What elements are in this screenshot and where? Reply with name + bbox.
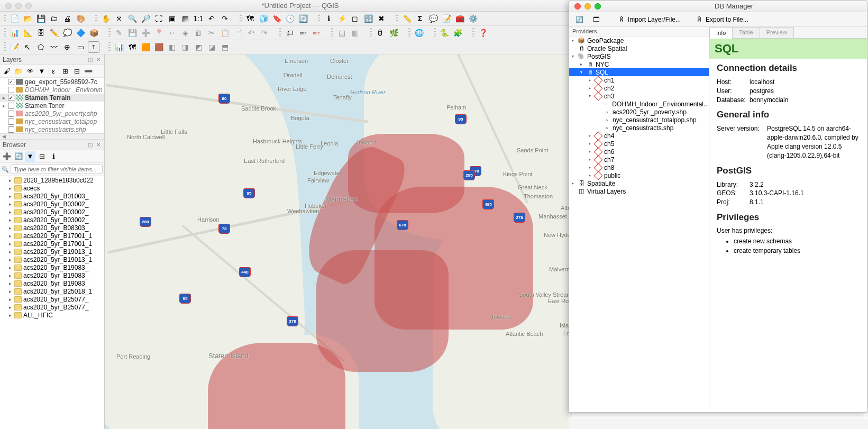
- zoom-selection-icon[interactable]: ▣: [166, 13, 178, 24]
- save-as-icon[interactable]: 🗂: [48, 13, 60, 24]
- refresh-icon[interactable]: 🔄: [297, 13, 309, 24]
- collapse-all-icon[interactable]: ⊟: [71, 66, 82, 77]
- toggle-edit-icon[interactable]: ✎: [113, 27, 125, 39]
- temporal-icon[interactable]: 🕓: [284, 13, 296, 24]
- action-icon[interactable]: ⚡: [336, 13, 348, 24]
- layer-row[interactable]: DOHMH_Indoor _Environm: [0, 86, 104, 94]
- properties-icon[interactable]: ℹ: [48, 151, 59, 162]
- db-tree-row[interactable]: ▾ch3: [569, 92, 709, 100]
- collapse-browser-icon[interactable]: ⊟: [36, 151, 47, 162]
- browser-row[interactable]: ▸acs2020_5yr_B19083_: [0, 279, 104, 287]
- db-import-button[interactable]: 🛢Import Layer/File...: [615, 14, 683, 25]
- db-tree-row[interactable]: ▸ch1: [569, 76, 709, 84]
- zoom-icon[interactable]: [595, 3, 601, 10]
- db-tree-row[interactable]: ▸🛢NYC: [569, 60, 709, 68]
- deselect-icon[interactable]: ✖: [376, 13, 387, 24]
- style-manager-icon[interactable]: 🎨: [75, 13, 86, 24]
- expression-filter-icon[interactable]: ε: [48, 66, 59, 77]
- mesh-proc-icon[interactable]: 🟧: [140, 41, 151, 53]
- remove-layer-icon[interactable]: ➖: [83, 66, 94, 77]
- add-feature-icon[interactable]: ➕: [140, 27, 151, 39]
- save-edits-icon[interactable]: 💾: [126, 27, 138, 39]
- map-canvas[interactable]: EmersonClosterOradellDemarestRiver EdgeT…: [105, 54, 569, 429]
- db-tree-row[interactable]: 🛢Oracle Spatial: [569, 44, 709, 52]
- layers-tree[interactable]: ✓geo_export_55e98592-7cDOHMH_Indoor _Env…: [0, 78, 104, 133]
- minimize-icon[interactable]: [15, 3, 22, 9]
- browser-row[interactable]: ▸acs2020_5yr_B19013_1: [0, 255, 104, 263]
- refresh-browser-icon[interactable]: 🔄: [13, 151, 24, 162]
- filter-browser-icon[interactable]: ▼: [25, 151, 35, 162]
- browser-row[interactable]: ▸acs2020_5yr_B19013_1: [0, 248, 104, 255]
- dbmanager-icon[interactable]: 🛢: [374, 27, 386, 39]
- zoom-full-icon[interactable]: ⛶: [153, 13, 165, 24]
- pan-icon[interactable]: ✋: [100, 13, 112, 24]
- layer-row[interactable]: acs2020_5yr_poverty.shp: [0, 109, 104, 117]
- model-proc-icon[interactable]: ◨: [179, 41, 191, 53]
- layer-styling-icon[interactable]: 🖌: [2, 66, 12, 77]
- db-refresh-button[interactable]: 🔄: [572, 14, 586, 25]
- add-layer-icon[interactable]: ➕: [2, 151, 12, 162]
- tab-preview[interactable]: Preview: [760, 27, 794, 38]
- plugins-icon[interactable]: 🧩: [452, 27, 463, 39]
- new-memory-icon[interactable]: 💭: [61, 27, 73, 39]
- create-line-icon[interactable]: 〰: [48, 41, 60, 53]
- select-tool-icon[interactable]: ↖: [22, 41, 33, 53]
- grass-icon[interactable]: 🌿: [388, 27, 399, 39]
- create-rect-icon[interactable]: ▭: [75, 41, 86, 53]
- panel-close-icon[interactable]: ✕: [95, 56, 102, 63]
- label-tool-icon[interactable]: 🏷: [284, 27, 296, 39]
- zoom-last-icon[interactable]: ↶: [206, 13, 217, 24]
- heatmap-icon[interactable]: ▥: [349, 27, 361, 39]
- new-virtual-icon[interactable]: 🔷: [75, 27, 86, 39]
- close-icon[interactable]: [574, 3, 581, 10]
- vector-proc-icon[interactable]: 📊: [113, 41, 125, 53]
- browser-row[interactable]: ▸acs2020_5yr_B17001_1: [0, 232, 104, 240]
- add-vector-icon[interactable]: 📊: [8, 27, 20, 39]
- script-proc-icon[interactable]: ◩: [193, 41, 204, 53]
- history-proc-icon[interactable]: ◪: [206, 41, 217, 53]
- help-icon[interactable]: ❓: [477, 27, 489, 39]
- db-tree-row[interactable]: ▾🐘PostGIS: [569, 52, 709, 60]
- db-tree-row[interactable]: ▸ch7: [569, 156, 709, 163]
- text-tool-icon[interactable]: T: [88, 41, 99, 53]
- label-abc-icon[interactable]: abc: [297, 27, 309, 39]
- db-tree-row[interactable]: ▸ch2: [569, 84, 709, 92]
- browser-row[interactable]: ▸acs2020_5yr_B03002_: [0, 200, 104, 208]
- layer-checkbox[interactable]: [8, 118, 14, 125]
- zoom-out-icon[interactable]: 🔎: [140, 13, 151, 24]
- new-gpkg-icon[interactable]: 📦: [88, 27, 99, 39]
- new-spatialite-icon[interactable]: 🗄: [35, 27, 47, 39]
- db-export-button[interactable]: 🛢Export to File...: [692, 14, 751, 25]
- select-value-icon[interactable]: 🔢: [362, 13, 374, 24]
- db-tree-row[interactable]: ▫acs2020_5yr _poverty.shp: [569, 108, 709, 116]
- db-tree-row[interactable]: ▸ch8: [569, 163, 709, 171]
- layer-row[interactable]: ✓geo_export_55e98592-7c: [0, 78, 104, 86]
- copy-icon[interactable]: 📋: [219, 27, 231, 39]
- browser-filter-input[interactable]: [11, 165, 103, 174]
- delete-selected-icon[interactable]: 🗑: [193, 27, 204, 39]
- browser-row[interactable]: ▸ALL_HFIC: [0, 311, 104, 319]
- browser-tree[interactable]: ▸2020_12895e183b0c022▸acecs▸acs2020_5yr_…: [0, 176, 104, 429]
- panel-close-icon[interactable]: ✕: [95, 141, 102, 148]
- layer-checkbox[interactable]: [8, 126, 14, 133]
- select-box-icon[interactable]: ◻: [349, 13, 361, 24]
- identify-icon[interactable]: ℹ: [323, 13, 334, 24]
- db-tree-row[interactable]: ▸🗄SpatiaLite: [569, 179, 709, 187]
- edit-pencil-icon[interactable]: ✏️: [48, 27, 60, 39]
- settings-icon[interactable]: ⚙️: [467, 13, 479, 24]
- browser-row[interactable]: ▸acecs: [0, 184, 104, 192]
- tab-table[interactable]: Table: [732, 27, 760, 38]
- paste-icon[interactable]: 📄: [232, 27, 244, 39]
- redo-icon[interactable]: ↷: [259, 27, 270, 39]
- web-icon[interactable]: 🌐: [413, 27, 425, 39]
- undock-icon[interactable]: ◫: [87, 141, 94, 148]
- layout-icon[interactable]: 🖨: [61, 13, 73, 24]
- panel-resizer[interactable]: ◀: [0, 133, 104, 140]
- raster-proc-icon[interactable]: 🗺: [126, 41, 138, 53]
- layer-checkbox[interactable]: [8, 103, 14, 109]
- new-3d-view-icon[interactable]: 🧊: [258, 13, 269, 24]
- expand-all-icon[interactable]: ⊞: [60, 66, 70, 77]
- bookmark-icon[interactable]: 🔖: [271, 13, 282, 24]
- undo-icon[interactable]: ↶: [245, 27, 257, 39]
- layer-row[interactable]: nyc_censustract_totalpop: [0, 117, 104, 125]
